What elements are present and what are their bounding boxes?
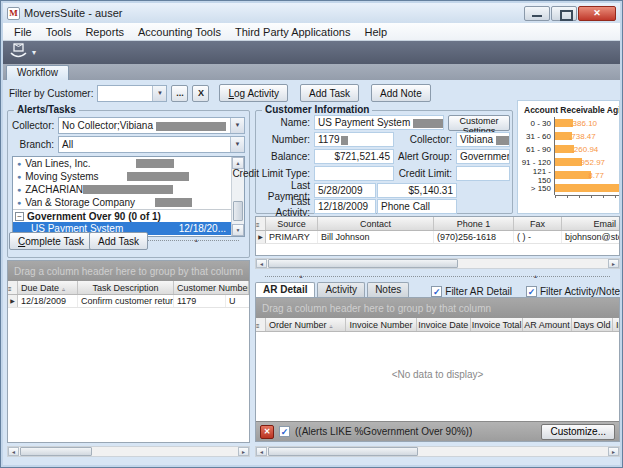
customer-filter-bar: Filter by Customer: ▼ ... X Log Activity… xyxy=(9,84,431,102)
column-invoice-total[interactable]: Invoice Total xyxy=(471,318,523,331)
credit-limit-type-field[interactable] xyxy=(314,166,394,181)
alert-item[interactable]: ● Van Lines, Inc. xyxy=(13,157,244,170)
tasks-group-by-bar[interactable]: Drag a column header here to group by th… xyxy=(8,261,249,281)
scroll-thumb[interactable] xyxy=(20,447,92,456)
column-invoice-c[interactable]: Invoice C xyxy=(613,318,619,331)
close-button[interactable]: ✕ xyxy=(578,6,616,21)
last-activity-date-field[interactable]: 12/18/2009 xyxy=(314,199,376,214)
redaction xyxy=(155,198,192,207)
column-invoice-date[interactable]: Invoice Date xyxy=(417,318,471,331)
alerts-tasks-title: Alerts/Tasks xyxy=(14,104,79,115)
last-payment-amount-field[interactable]: $5,140.31 xyxy=(377,183,457,198)
scroll-down-icon[interactable]: ▼ xyxy=(232,224,244,236)
customize-button[interactable]: Customize... xyxy=(541,424,615,440)
collapse-icon[interactable]: − xyxy=(15,212,24,221)
tab-activity[interactable]: Activity xyxy=(317,282,365,297)
column-due-date[interactable]: Due Date▵ xyxy=(18,281,78,294)
alert-item[interactable]: ● ZACHARIAN xyxy=(13,183,244,196)
filter-ar-detail-checkbox[interactable]: ✓ Filter AR Detail xyxy=(431,286,512,297)
contact-row[interactable]: ▶ PRIMARY Bill Johnson (970)256-1618 ( )… xyxy=(256,231,619,244)
collector-field[interactable]: Vibiana xyxy=(456,132,510,147)
column-order-number[interactable]: Order Number▵ xyxy=(266,318,346,331)
left-horizontal-scrollbar[interactable]: ◄ ► xyxy=(7,446,250,457)
number-field[interactable]: 1179 xyxy=(314,132,394,147)
column-customer-number[interactable]: Customer Number xyxy=(174,281,249,294)
customer-filter-combobox[interactable]: ▼ xyxy=(97,85,167,102)
filter-activity-note-checkbox[interactable]: ✓ Filter Activity/Note xyxy=(526,286,620,297)
aging-row: 61 - 90 ,260.94 xyxy=(518,143,619,156)
scroll-thumb[interactable] xyxy=(268,447,418,456)
column-phone1[interactable]: Phone 1 xyxy=(434,217,514,230)
hand-box-icon[interactable] xyxy=(9,42,29,64)
customer-settings-button[interactable]: Customer Settings xyxy=(448,115,510,131)
last-payment-date-field[interactable]: 5/28/2009 xyxy=(314,183,376,198)
alert-group-field[interactable]: Government xyxy=(456,149,510,164)
filter-enabled-checkbox[interactable]: ✓ xyxy=(279,426,290,437)
alert-item[interactable]: ● Van & Storage Company xyxy=(13,196,244,209)
alerts-list: ● Van Lines, Inc. ● Moving Systems ● ZAC… xyxy=(12,156,245,237)
scroll-right-icon[interactable]: ► xyxy=(608,447,619,456)
checkbox-checked-icon[interactable]: ✓ xyxy=(431,286,442,297)
column-days-old[interactable]: Days Old xyxy=(572,318,613,331)
collector-combobox[interactable]: No Collector;Vibiana ▼ xyxy=(58,117,245,134)
alert-dot-icon: ● xyxy=(17,199,21,206)
column-task-description[interactable]: Task Description xyxy=(78,281,174,294)
tab-ar-detail[interactable]: AR Detail xyxy=(255,282,315,297)
menu-tools[interactable]: Tools xyxy=(39,25,79,39)
ar-grid-header: ≡ Order Number▵ Invoice Number Invoice D… xyxy=(256,318,619,332)
ar-group-by-bar[interactable]: Drag a column header here to group by th… xyxy=(256,298,619,318)
menu-reports[interactable]: Reports xyxy=(78,25,131,39)
scroll-thumb[interactable] xyxy=(268,259,458,268)
branch-combobox[interactable]: All ▼ xyxy=(58,136,245,153)
clear-filter-button[interactable]: X xyxy=(192,85,209,102)
add-task-button[interactable]: Add Task xyxy=(89,232,148,250)
name-label: Name: xyxy=(258,117,314,128)
column-fax[interactable]: Fax xyxy=(514,217,562,230)
column-invoice-number[interactable]: Invoice Number xyxy=(346,318,417,331)
scroll-right-icon[interactable]: ► xyxy=(608,259,619,268)
alert-item[interactable]: ● Moving Systems xyxy=(13,170,244,183)
add-note-button[interactable]: Add Note xyxy=(371,84,431,102)
tab-notes[interactable]: Notes xyxy=(367,282,409,297)
branch-value: All xyxy=(59,139,76,150)
last-activity-label: Last Activity: xyxy=(258,196,314,218)
minimize-button[interactable] xyxy=(524,6,550,21)
balance-field[interactable]: $721,521.45 xyxy=(314,149,394,164)
redaction xyxy=(341,136,348,145)
complete-task-button[interactable]: Complete Task xyxy=(9,232,93,250)
browse-button[interactable]: ... xyxy=(171,85,188,102)
log-activity-button[interactable]: Log Activity xyxy=(219,84,288,102)
alert-group-header[interactable]: − Government Over 90 (0 of 1) xyxy=(13,209,244,222)
scroll-right-icon[interactable]: ► xyxy=(238,447,249,456)
combo-arrow-icon[interactable]: ▼ xyxy=(230,137,244,152)
add-task-button-top[interactable]: Add Task xyxy=(300,84,359,102)
column-source[interactable]: Source xyxy=(266,217,318,230)
scroll-thumb[interactable] xyxy=(233,201,243,221)
toolbar-dropdown-icon[interactable]: ▾ xyxy=(32,48,36,57)
right-horizontal-scrollbar[interactable]: ◄ ► xyxy=(255,446,620,457)
tab-workflow[interactable]: Workflow xyxy=(6,65,69,80)
menu-help[interactable]: Help xyxy=(357,25,394,39)
filter-by-customer-label: Filter by Customer: xyxy=(9,88,93,99)
credit-limit-field[interactable] xyxy=(456,166,510,181)
menu-third-party-applications[interactable]: Third Party Applications xyxy=(228,25,358,39)
combo-arrow-icon[interactable]: ▼ xyxy=(152,86,166,101)
combo-arrow-icon[interactable]: ▼ xyxy=(230,118,244,133)
remove-filter-icon[interactable]: ✕ xyxy=(260,425,274,439)
column-email[interactable]: Email xyxy=(562,217,619,230)
customer-information-panel: Customer Information Name: US Payment Sy… xyxy=(255,110,513,214)
menu-file[interactable]: File xyxy=(7,25,39,39)
scroll-left-icon[interactable]: ◄ xyxy=(256,259,267,268)
contacts-horizontal-scrollbar[interactable]: ◄ ► xyxy=(255,258,620,269)
scroll-left-icon[interactable]: ◄ xyxy=(256,447,267,456)
checkbox-checked-icon[interactable]: ✓ xyxy=(526,286,537,297)
column-contact[interactable]: Contact xyxy=(318,217,434,230)
last-activity-type-field[interactable]: Phone Call xyxy=(377,199,457,214)
column-ar-amount[interactable]: AR Amount xyxy=(523,318,572,331)
task-row[interactable]: ▶ 12/18/2009 Confirm customer returne...… xyxy=(8,295,249,308)
name-field[interactable]: US Payment System xyxy=(314,115,444,130)
scroll-left-icon[interactable]: ◄ xyxy=(8,447,19,456)
row-marker-icon: ▶ xyxy=(8,295,18,307)
maximize-button[interactable] xyxy=(551,6,577,21)
menu-accounting-tools[interactable]: Accounting Tools xyxy=(131,25,228,39)
